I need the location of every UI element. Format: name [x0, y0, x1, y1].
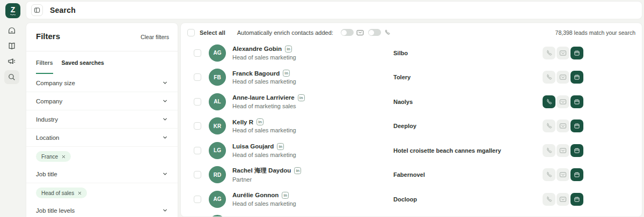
- remove-chip-icon[interactable]: [78, 191, 82, 195]
- lead-name[interactable]: Aurélie Gonnon: [232, 192, 279, 198]
- lead-company[interactable]: Naolys: [393, 99, 543, 105]
- lead-row: AG Alexandre Gobin in Head of sales mark…: [181, 41, 642, 65]
- filter-chip[interactable]: France: [36, 151, 71, 162]
- email-button[interactable]: [557, 144, 569, 157]
- call-button[interactable]: [543, 71, 555, 84]
- enrich-calendar-button[interactable]: [570, 47, 583, 59]
- lead-company[interactable]: Docloop: [393, 196, 543, 203]
- lead-job-title: Head of marketing sales: [232, 103, 393, 109]
- lead-name[interactable]: Anne-laure Larriviere: [232, 94, 295, 101]
- linkedin-icon[interactable]: in: [285, 46, 292, 53]
- avatar: [209, 215, 226, 217]
- enrich-calendar-button[interactable]: [570, 168, 583, 181]
- avatar: KR: [209, 117, 226, 134]
- sidebar-item-campaigns[interactable]: [4, 55, 19, 69]
- phone-icon: [545, 147, 553, 154]
- nav-rail: Z: [0, 0, 25, 217]
- lead-job-title: Head of sales marketing: [232, 127, 393, 133]
- email-icon: [559, 196, 567, 203]
- linkedin-icon[interactable]: in: [298, 94, 305, 101]
- call-button[interactable]: [543, 47, 555, 59]
- email-icon: [356, 29, 364, 36]
- home-icon: [7, 26, 17, 35]
- lead-name[interactable]: Luisa Goujard: [232, 143, 274, 149]
- filter-section-label: Job title: [36, 171, 57, 177]
- chevron-down-icon: [162, 116, 168, 122]
- email-icon: [559, 74, 567, 80]
- lead-name[interactable]: Franck Bagourd: [232, 70, 280, 77]
- lead-company[interactable]: Silbo: [393, 50, 543, 56]
- toggle-sidebar-button[interactable]: [31, 4, 43, 16]
- tab-saved-searches[interactable]: Saved searches: [62, 59, 104, 74]
- enrich-calendar-button[interactable]: [570, 95, 583, 108]
- lead-company[interactable]: Hotel croisette beach cannes mgallery: [393, 147, 543, 154]
- linkedin-icon[interactable]: in: [257, 118, 264, 125]
- filter-section-toggle[interactable]: Company size: [26, 74, 178, 92]
- email-button[interactable]: [557, 119, 569, 132]
- call-button[interactable]: [543, 144, 555, 157]
- email-button[interactable]: [557, 95, 569, 108]
- clear-filters-button[interactable]: Clear filters: [141, 32, 169, 40]
- app-logo[interactable]: Z: [5, 3, 20, 18]
- filter-section-toggle[interactable]: Location: [26, 129, 178, 147]
- list-toolbar: Select all Automatically enrich contacts…: [181, 23, 642, 40]
- filter-section-toggle[interactable]: Job title levels: [26, 201, 178, 217]
- avatar: AG: [209, 191, 226, 208]
- filter-sections: Company size Company Industry Location: [26, 74, 178, 217]
- lead-company[interactable]: Fabernovel: [393, 171, 543, 178]
- page-title: Search: [50, 6, 76, 14]
- enrich-calendar-button[interactable]: [570, 193, 583, 206]
- lead-checkbox[interactable]: [194, 171, 201, 178]
- lead-checkbox[interactable]: [194, 196, 201, 203]
- filters-title: Filters: [36, 32, 60, 41]
- sidebar-item-library[interactable]: [4, 39, 19, 53]
- remove-chip-icon[interactable]: [62, 155, 65, 159]
- call-button[interactable]: [543, 168, 555, 181]
- filter-section-toggle[interactable]: Company: [26, 92, 178, 110]
- email-button[interactable]: [557, 47, 569, 59]
- lead-company[interactable]: Deeploy: [393, 123, 543, 129]
- lead-checkbox[interactable]: [194, 147, 201, 154]
- lead-name[interactable]: Kelly R: [232, 119, 253, 125]
- lead-job-title: Head of sales marketing: [232, 152, 393, 158]
- calendar-icon: [573, 49, 581, 57]
- linkedin-icon[interactable]: in: [294, 167, 301, 174]
- enrich-calendar-button[interactable]: [570, 144, 583, 157]
- lead-name[interactable]: Alexandre Gobin: [232, 46, 282, 52]
- tab-filters[interactable]: Filters: [36, 59, 53, 74]
- lead-row: in: [181, 212, 642, 217]
- calendar-icon: [573, 147, 581, 154]
- lead-name[interactable]: Rachel 海理 Daydou: [232, 167, 291, 175]
- linkedin-icon[interactable]: in: [283, 70, 290, 77]
- lead-checkbox[interactable]: [194, 98, 201, 106]
- call-button[interactable]: [543, 119, 555, 132]
- enrich-calendar-button[interactable]: [570, 119, 583, 132]
- filter-section-label: Company: [36, 98, 62, 104]
- lead-checkbox[interactable]: [194, 73, 201, 81]
- enrich-label: Automatically enrich contacts added:: [237, 29, 333, 36]
- enrich-calendar-button[interactable]: [570, 71, 583, 84]
- email-button[interactable]: [557, 71, 569, 84]
- sidebar-item-search[interactable]: [4, 70, 19, 84]
- calendar-icon: [573, 171, 581, 178]
- lead-company[interactable]: Tolery: [393, 74, 543, 80]
- email-button[interactable]: [557, 193, 569, 206]
- enrich-phone-toggle[interactable]: [368, 29, 381, 36]
- filter-chip[interactable]: Head of sales: [36, 188, 87, 198]
- linkedin-icon[interactable]: in: [277, 143, 284, 150]
- call-button[interactable]: [543, 193, 555, 206]
- sidebar-item-home[interactable]: [4, 24, 19, 38]
- filter-chip-label: France: [41, 154, 58, 160]
- filter-section-toggle[interactable]: Job title: [26, 165, 178, 183]
- call-button[interactable]: [543, 95, 555, 108]
- avatar: AG: [209, 44, 226, 62]
- email-icon: [559, 99, 567, 105]
- select-all-checkbox[interactable]: [187, 29, 195, 36]
- linkedin-icon[interactable]: in: [282, 192, 289, 199]
- filter-section-label: Location: [36, 134, 59, 141]
- lead-checkbox[interactable]: [194, 49, 201, 57]
- enrich-email-toggle[interactable]: [341, 29, 354, 36]
- lead-checkbox[interactable]: [194, 122, 201, 130]
- filter-section-toggle[interactable]: Industry: [26, 110, 178, 129]
- email-button[interactable]: [557, 168, 569, 181]
